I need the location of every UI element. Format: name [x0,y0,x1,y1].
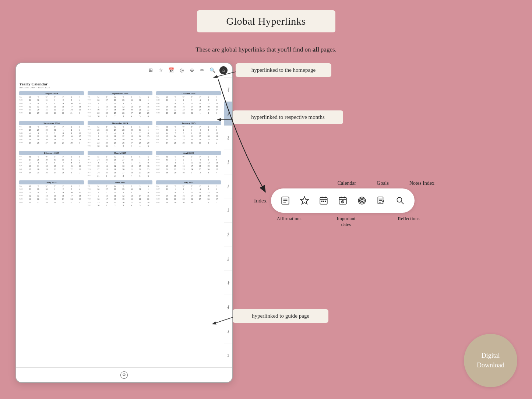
search-icon: 🔍 [209,67,216,74]
month-february: February 2025 WkMTWTFSS W5272829303112 W… [19,151,84,178]
reflections-icon-button[interactable] [392,192,409,209]
month-december: December 2024 WkMTWTFSS W482526272829301… [88,121,152,148]
icon-toolbar-box [271,188,415,213]
month-march: March 2025 WkMTWTFSS W9242526272812 W103… [88,151,152,178]
month-tab-aug[interactable]: Aug [224,77,232,102]
month-tab-feb[interactable]: Feb [224,222,232,247]
important-dates-icon-button[interactable] [334,192,351,209]
affirmations-bottom-label: Affirmations [276,216,302,227]
settings-icon[interactable]: ⚙ [120,371,128,379]
month-tab-jun[interactable]: Jun [224,319,232,343]
months-grid: August 2024 WkMTWTFSS W312930311234 W325… [19,91,221,207]
svg-line-29 [401,202,404,204]
month-july: July 2025 WkMTWTFSS W2730123456 W2878910… [156,180,221,207]
month-august: August 2024 WkMTWTFSS W312930311234 W325… [19,91,84,118]
affirmations-icon-button[interactable] [296,192,313,209]
subtitle-bold: all [313,46,319,53]
calendar-content: Yearly Calendar AUGUST 2024 – JULY 2025 … [16,77,224,367]
month-tab-dec[interactable]: Dec [224,174,232,198]
svg-marker-5 [300,197,309,204]
svg-point-19 [343,202,343,202]
annotation-homepage: hyperlinked to the homepage [236,63,331,77]
month-tab-sep[interactable]: Sep [224,102,232,126]
month-october: October 2024 WkMTWTFSS W4030123456 W4178… [156,91,221,118]
month-april: April 2025 WkMTWTFSS W1431123456 W157891… [156,151,221,178]
calendar-label: Calendar [338,180,356,186]
month-tab-jul[interactable]: Jul [224,343,232,367]
calendar-header: Yearly Calendar AUGUST 2024 – JULY 2025 [19,82,221,89]
month-tab-oct[interactable]: Oct [224,126,232,150]
calendar-subtitle: AUGUST 2024 – JULY 2025 [19,86,221,89]
subtitle-start: These are global hyperlinks that you'll … [195,46,313,53]
home-button[interactable]: ⌂ [219,66,228,74]
svg-point-23 [362,200,362,201]
month-tab-apr[interactable]: Apr [224,271,232,295]
device-mockup: ⊞ ☆ 📅 ◎ ⊕ ✏ 🔍 ⌂ Aug Sep Oct Nov Dec Jan … [15,63,233,383]
icon-toolbar-container: Calendar Goals Notes Index Index [254,180,442,227]
goals-label: Goals [377,180,389,186]
month-tab-nov[interactable]: Nov [224,150,232,174]
svg-rect-11 [323,201,324,202]
digital-download-badge: Digital Download [464,334,517,387]
goals-icon-button[interactable] [353,192,370,209]
bottom-bar: ⚙ [16,367,232,382]
index-icon-button[interactable] [277,192,294,209]
index-label: Index [254,198,267,204]
month-may: May 2025 WkMTWTFSS W182829301234 W195678… [19,180,84,207]
calendar-title: Yearly Calendar [19,82,221,86]
month-september: September 2024 WkMTWTFSS W35262728293031… [88,91,152,118]
month-tab-mar[interactable]: Mar [224,247,232,271]
notes-index-icon-button[interactable] [373,192,390,209]
grid-icon: ⊞ [147,67,154,74]
page-title: Global Hyperlinks [226,15,306,27]
annotation-guide: hyperlinked to guide page [233,309,328,323]
toolbar-strip: ⊞ ☆ 📅 ◎ ⊕ ✏ 🔍 ⌂ [16,63,232,77]
circle-icon: ◎ [178,67,185,74]
device-frame: ⊞ ☆ 📅 ◎ ⊕ ✏ 🔍 ⌂ Aug Sep Oct Nov Dec Jan … [15,63,233,383]
important-dates-bottom-label: Importantdates [331,216,361,227]
star-icon: ☆ [158,67,164,74]
reflections-bottom-label: Reflections [394,216,423,227]
svg-rect-12 [325,201,326,202]
edit-icon: ✏ [199,67,205,74]
subtitle-end: pages. [319,46,337,53]
subtitle-text: These are global hyperlinks that you'll … [195,46,337,53]
month-june: June 2025 WkMTWTFSS W222627282930311 W23… [88,180,152,207]
month-tab-may[interactable]: May [224,295,232,319]
month-november: November 2024 WkMTWTFSS W4428293031123 W… [19,121,84,148]
calendar-icon: 📅 [168,67,175,74]
svg-rect-10 [321,201,323,202]
page-title-box: Global Hyperlinks [197,10,335,32]
notes-index-label: Notes Index [409,180,434,186]
target-icon: ⊕ [189,67,195,74]
month-tab-jan[interactable]: Jan [224,198,232,222]
month-sidebar: Aug Sep Oct Nov Dec Jan Feb Mar Apr May … [224,77,232,367]
svg-point-28 [397,197,402,202]
annotation-months: hyperlinked to respective months [233,110,343,124]
month-january: January 2025 WkMTWTFSS W130123456 W26789… [156,121,221,148]
calendar-icon-button[interactable] [315,192,332,209]
